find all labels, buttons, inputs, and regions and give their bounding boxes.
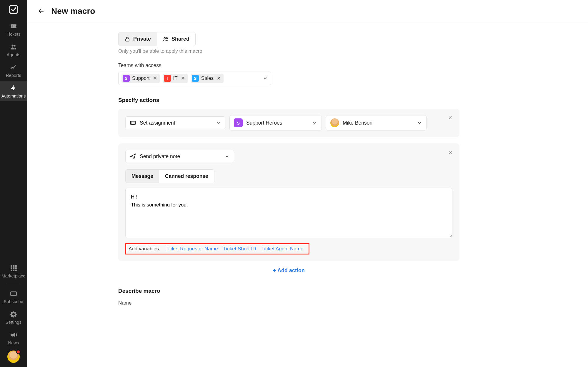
svg-point-14	[164, 37, 165, 39]
svg-rect-4	[13, 265, 14, 267]
message-source-toggle: Message Canned response	[125, 169, 214, 183]
notification-dot-icon	[16, 350, 20, 354]
specify-actions-title: Specify actions	[118, 97, 459, 103]
agent-select[interactable]: Mike Benson	[326, 115, 427, 130]
action-type-label: Send private note	[140, 153, 180, 160]
add-variables-label: Add variables:	[129, 246, 160, 252]
team-chip-support: S Support	[121, 74, 160, 83]
visibility-option-label: Private	[133, 36, 151, 42]
visibility-private-button[interactable]: Private	[119, 32, 157, 46]
sidebar-item-label: Agents	[7, 52, 20, 57]
agent-avatar-icon	[330, 118, 339, 127]
sidebar-item-label: Reports	[6, 73, 21, 78]
remove-chip-icon[interactable]	[216, 76, 221, 81]
chevron-down-icon[interactable]	[263, 76, 268, 81]
svg-rect-7	[13, 267, 14, 269]
svg-rect-9	[11, 270, 12, 271]
svg-rect-16	[131, 121, 136, 125]
tab-message[interactable]: Message	[126, 170, 159, 183]
action-type-label: Set assignment	[140, 120, 175, 126]
sidebar-item-marketplace[interactable]: Marketplace	[1, 261, 25, 281]
remove-chip-icon[interactable]	[181, 76, 185, 81]
message-textarea[interactable]	[125, 188, 452, 238]
team-badge-icon: S	[123, 75, 130, 82]
team-badge-icon: S	[192, 75, 199, 82]
chevron-down-icon	[312, 120, 317, 125]
sidebar-item-label: News	[8, 340, 19, 345]
team-chip-label: IT	[173, 75, 178, 81]
sidebar: Tickets Agents Reports Automations	[0, 0, 27, 367]
svg-rect-6	[11, 267, 12, 269]
sidebar-item-label: Tickets	[7, 32, 21, 37]
team-chip-sales: S Sales	[191, 74, 224, 83]
grid-icon	[10, 264, 17, 272]
svg-rect-8	[15, 267, 16, 269]
name-field-label: Name	[118, 300, 459, 306]
ticket-icon	[10, 22, 17, 30]
chart-line-icon	[10, 64, 17, 71]
sidebar-item-label: Automations	[1, 94, 26, 98]
remove-action-icon[interactable]	[448, 115, 453, 120]
sidebar-item-label: Marketplace	[1, 274, 25, 278]
add-action-button[interactable]: + Add action	[118, 267, 459, 274]
remove-chip-icon[interactable]	[153, 76, 157, 81]
describe-macro-title: Describe macro	[118, 288, 459, 294]
team-chip-it: I IT	[163, 74, 188, 83]
shared-icon	[163, 36, 169, 42]
sidebar-item-subscribe[interactable]: Subscribe	[4, 286, 23, 307]
svg-rect-3	[11, 265, 12, 267]
user-avatar[interactable]	[7, 351, 20, 363]
visibility-option-label: Shared	[171, 36, 189, 42]
team-badge-icon: I	[164, 75, 171, 82]
visibility-toggle: Private Shared	[118, 32, 196, 46]
back-arrow-icon[interactable]	[38, 8, 45, 15]
visibility-hint: Only you'll be able to apply this macro	[118, 48, 459, 54]
send-icon	[130, 153, 136, 160]
card-icon	[10, 290, 17, 297]
action-type-select[interactable]: Set assignment	[125, 116, 225, 129]
svg-rect-13	[126, 39, 129, 41]
chevron-down-icon	[224, 154, 230, 159]
teams-label: Teams with access	[118, 62, 459, 69]
users-icon	[10, 43, 17, 51]
chevron-down-icon	[417, 120, 422, 125]
agent-select-label: Mike Benson	[343, 120, 372, 126]
bolt-icon	[10, 84, 17, 92]
chevron-down-icon	[216, 120, 221, 125]
svg-rect-12	[11, 292, 16, 296]
page-header: New macro	[27, 0, 588, 22]
team-select[interactable]: S Support Heroes	[229, 115, 322, 130]
sidebar-item-agents[interactable]: Agents	[0, 39, 27, 60]
megaphone-icon	[10, 331, 17, 339]
sidebar-item-news[interactable]: News	[8, 328, 19, 348]
team-badge-icon: S	[234, 118, 243, 127]
assignment-icon	[130, 120, 136, 126]
app-logo	[8, 4, 19, 15]
visibility-shared-button[interactable]: Shared	[157, 32, 195, 46]
lock-icon	[124, 36, 130, 42]
sidebar-item-tickets[interactable]: Tickets	[0, 19, 27, 39]
action-card-assignment: Set assignment S Support Heroes	[118, 109, 459, 137]
variable-link[interactable]: Ticket Agent Name	[261, 246, 303, 252]
sidebar-item-automations[interactable]: Automations	[0, 81, 27, 101]
teams-multiselect[interactable]: S Support I IT	[118, 72, 271, 85]
action-type-select-note[interactable]: Send private note	[125, 150, 234, 163]
svg-point-2	[14, 45, 16, 47]
svg-point-1	[12, 44, 14, 47]
team-chip-label: Support	[132, 75, 150, 81]
tab-canned[interactable]: Canned response	[159, 170, 214, 183]
sidebar-item-label: Settings	[6, 320, 21, 325]
page-title: New macro	[51, 6, 95, 16]
variable-link[interactable]: Ticket Short ID	[223, 246, 256, 252]
svg-rect-10	[13, 270, 14, 271]
remove-action-icon[interactable]	[448, 150, 453, 155]
sidebar-item-settings[interactable]: Settings	[6, 307, 21, 328]
svg-rect-11	[15, 270, 16, 271]
main-content: New macro Private Shared	[27, 0, 588, 367]
svg-rect-0	[10, 6, 18, 14]
gear-icon	[10, 310, 17, 318]
sidebar-item-reports[interactable]: Reports	[0, 60, 27, 81]
svg-rect-5	[15, 265, 16, 267]
team-chip-label: Sales	[201, 75, 214, 81]
variable-link[interactable]: Ticket Requester Name	[166, 246, 218, 252]
